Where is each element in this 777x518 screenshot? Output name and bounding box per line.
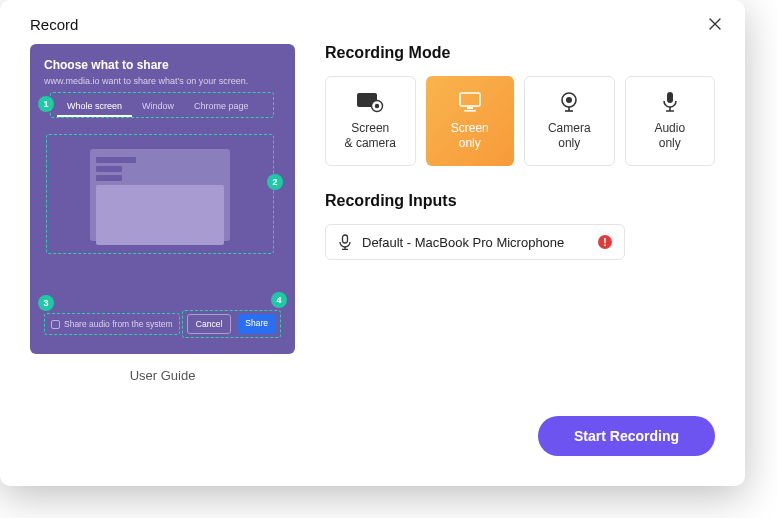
mode-audio-only[interactable]: Audio only [625, 76, 716, 166]
alert-icon: ! [598, 235, 612, 249]
guide-preview-box [46, 134, 274, 254]
svg-rect-5 [464, 110, 476, 112]
guide-share-audio-box: Share audio from the system [44, 313, 180, 335]
callout-4: 4 [271, 292, 287, 308]
guide-subheading: www.media.io want to share what's on you… [44, 76, 281, 86]
microphone-label: Default - MacBook Pro Microphone [362, 235, 588, 250]
mode-screen-camera[interactable]: Screen & camera [325, 76, 416, 166]
callout-3: 3 [38, 295, 54, 311]
checkbox-icon [51, 320, 60, 329]
webcam-icon [555, 91, 583, 113]
user-guide-caption: User Guide [130, 368, 196, 383]
modal-body: Choose what to share www.media.io want t… [0, 44, 745, 486]
microphone-icon [338, 234, 352, 250]
svg-rect-3 [460, 93, 480, 106]
guide-tab-window: Window [132, 97, 184, 117]
guide-tab-whole-screen: Whole screen [57, 97, 132, 117]
record-modal: Record Choose what to share www.media.io… [0, 0, 745, 486]
svg-point-7 [566, 97, 572, 103]
recording-mode-title: Recording Mode [325, 44, 715, 62]
mode-label: Camera only [548, 121, 591, 151]
recording-inputs-title: Recording Inputs [325, 192, 715, 210]
callout-2: 2 [267, 174, 283, 190]
modal-title: Record [30, 16, 78, 33]
user-guide-image: Choose what to share www.media.io want t… [30, 44, 295, 354]
microphone-select[interactable]: Default - MacBook Pro Microphone ! [325, 224, 625, 260]
guide-cancel-button: Cancel [187, 314, 231, 334]
mode-label: Audio only [654, 121, 685, 151]
microphone-icon [656, 91, 684, 113]
guide-tabs-box: Whole screen Window Chrome page [50, 92, 274, 118]
mode-camera-only[interactable]: Camera only [524, 76, 615, 166]
recording-inputs-section: Recording Inputs Default - MacBook Pro M… [325, 192, 715, 260]
guide-share-audio-label: Share audio from the system [64, 319, 173, 329]
modal-footer: Start Recording [325, 416, 715, 456]
monitor-icon [456, 91, 484, 113]
svg-point-2 [375, 104, 379, 108]
mode-label: Screen & camera [345, 121, 396, 151]
svg-rect-9 [343, 235, 348, 243]
guide-preview-window [90, 149, 230, 241]
start-recording-button[interactable]: Start Recording [538, 416, 715, 456]
svg-rect-4 [467, 107, 473, 109]
mode-screen-only[interactable]: Screen only [426, 76, 515, 166]
modal-header: Record [0, 0, 745, 44]
mode-label: Screen only [451, 121, 489, 151]
user-guide-column: Choose what to share www.media.io want t… [30, 44, 295, 456]
guide-tab-chrome-page: Chrome page [184, 97, 259, 117]
settings-column: Recording Mode Screen & camera Screen on… [325, 44, 715, 456]
guide-button-box: Cancel Share [182, 310, 281, 338]
recording-mode-grid: Screen & camera Screen only Camera only [325, 76, 715, 166]
close-button[interactable] [705, 14, 725, 34]
screen-camera-icon [356, 91, 384, 113]
guide-heading: Choose what to share [44, 58, 281, 72]
close-icon [709, 18, 721, 30]
guide-bottom-row: 3 Share audio from the system 4 Cancel S… [44, 310, 281, 338]
svg-rect-8 [667, 92, 673, 103]
guide-share-button: Share [237, 314, 276, 334]
